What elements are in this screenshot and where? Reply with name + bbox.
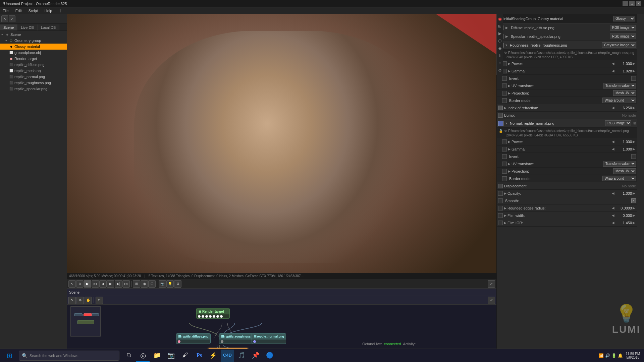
viewport[interactable] xyxy=(67,14,496,273)
settings-icon[interactable]: ⚙ xyxy=(497,67,503,73)
rounded-edges-input[interactable] xyxy=(615,206,632,210)
shade-btn[interactable]: ◑ xyxy=(141,280,148,288)
roughness-type-select[interactable]: Greyscale image xyxy=(602,42,636,48)
np-right[interactable]: ▶ xyxy=(632,140,636,143)
film-width-input[interactable] xyxy=(615,214,632,218)
roughness-gamma-input[interactable] xyxy=(615,69,632,73)
prev-frame-btn[interactable]: ⏮ xyxy=(92,280,99,288)
ruv-checkbox[interactable] xyxy=(502,83,507,88)
rg-right-arrow[interactable]: ▶ xyxy=(632,69,636,73)
tree-render-target[interactable]: ▣ Render target xyxy=(0,56,67,62)
render-target-node[interactable]: ▣ Render target xyxy=(196,308,230,319)
ior-expand[interactable]: ▶ xyxy=(504,106,506,110)
ruv-expand[interactable]: ▶ xyxy=(508,84,511,87)
taskbar-paint-icon[interactable]: 🖌 xyxy=(178,350,192,362)
notification-icon[interactable]: 🔔 xyxy=(618,353,623,358)
network-icon[interactable]: 📶 xyxy=(599,353,604,358)
roughness-uv-select[interactable]: Transform value xyxy=(603,83,636,88)
taskbar-app-icon-9[interactable]: 🔵 xyxy=(263,350,276,362)
rg-left-arrow[interactable]: ◀ xyxy=(611,69,615,73)
material-type-dropdown[interactable]: Glossy Diffuse Specular xyxy=(613,16,635,21)
nproj-expand[interactable]: ▶ xyxy=(508,170,511,173)
rproj-expand[interactable]: ▶ xyxy=(508,92,511,95)
ne-zoom-btn[interactable]: ⊕ xyxy=(76,297,84,304)
ne-frame-btn[interactable]: □ xyxy=(96,297,103,304)
specular-type-select[interactable]: RGB image xyxy=(610,34,636,39)
expand-tool[interactable]: ⤢ xyxy=(9,15,15,22)
fw-left[interactable]: ◀ xyxy=(611,214,615,217)
battery-icon[interactable]: 🔋 xyxy=(611,353,616,358)
maximize-button[interactable]: □ xyxy=(629,1,635,6)
taskbar-search[interactable]: 🔍 Search the web and Windows xyxy=(19,351,119,361)
tree-reptile-specular[interactable]: ⬛ reptile_specular.png xyxy=(0,86,67,92)
tree-reptile-diffuse[interactable]: ⬛ reptile_diffuse.png xyxy=(0,62,67,68)
film-ior-input[interactable] xyxy=(615,221,632,225)
tree-reptile-roughness[interactable]: ⬛ reptile_roughness.png xyxy=(0,80,67,86)
normal-power-input[interactable] xyxy=(615,140,632,144)
op-right[interactable]: ▶ xyxy=(632,191,636,195)
menu-edit[interactable]: Edit xyxy=(14,8,23,13)
taskbar-clock[interactable]: 11:59 PM 5/8/2016 xyxy=(626,352,640,359)
re-checkbox[interactable] xyxy=(498,206,503,210)
reptile-normal-node[interactable]: 🖼 reptile_normal.png xyxy=(252,333,286,344)
tab-scene[interactable]: Scene xyxy=(0,24,17,31)
step-fwd-btn[interactable]: ▶| xyxy=(115,280,122,288)
fw-right[interactable]: ▶ xyxy=(632,214,636,217)
fw-expand[interactable]: ▶ xyxy=(504,214,506,217)
op-checkbox[interactable] xyxy=(498,191,503,196)
normal-uv-select[interactable]: Transform value xyxy=(603,161,636,167)
select-tool-btn[interactable]: ↖ xyxy=(68,280,76,288)
light-btn[interactable]: 💡 xyxy=(166,280,174,288)
re-right[interactable]: ▶ xyxy=(632,206,636,210)
tab-livedb[interactable]: Live DB xyxy=(17,24,38,31)
material-icon2[interactable]: ◆ xyxy=(497,45,503,51)
taskbar-camera-icon[interactable]: 📷 xyxy=(164,350,178,362)
wireframe-btn[interactable]: ⬡ xyxy=(148,280,156,288)
taskbar-ps-icon[interactable]: Ps xyxy=(193,350,206,362)
stats-icon[interactable]: ≡ xyxy=(497,60,503,66)
rg-expand[interactable]: ▶ xyxy=(508,69,511,73)
nuv-checkbox[interactable] xyxy=(502,162,507,166)
fw-checkbox[interactable] xyxy=(498,213,503,218)
maximize-viewport-btn[interactable]: ⤢ xyxy=(488,280,495,288)
tab-localdb[interactable]: Local DB xyxy=(38,24,60,31)
opacity-input[interactable] xyxy=(615,191,632,195)
volume-icon[interactable]: 🔊 xyxy=(605,353,610,358)
rp-right-arrow[interactable]: ▶ xyxy=(632,62,636,65)
nuv-expand[interactable]: ▶ xyxy=(508,162,511,166)
ng-checkbox[interactable] xyxy=(502,147,507,152)
tree-reptile-mesh[interactable]: ⬜ reptile_mesh.obj xyxy=(0,68,67,74)
fi-checkbox[interactable] xyxy=(498,221,503,225)
rp-expand[interactable]: ▶ xyxy=(508,62,511,65)
start-button[interactable]: ⊞ xyxy=(1,350,17,362)
ior-input[interactable] xyxy=(615,106,632,110)
taskbar-app-icon-7[interactable]: 🎵 xyxy=(235,350,248,362)
taskbar-explorer-icon[interactable]: 📁 xyxy=(150,350,164,362)
roughness-proj-select[interactable]: Mesh UV xyxy=(613,90,636,96)
taskbar-app-icon-8[interactable]: 📌 xyxy=(249,350,262,362)
next-frame-btn[interactable]: ⏭ xyxy=(122,280,130,288)
ne-maximize-btn[interactable]: ⤢ xyxy=(488,297,495,304)
op-left[interactable]: ◀ xyxy=(611,191,615,195)
taskbar-app-icon-5[interactable]: ⚡ xyxy=(207,350,220,362)
ior-right[interactable]: ▶ xyxy=(632,106,636,110)
taskbar-taskview-icon[interactable]: ⧉ xyxy=(122,350,136,362)
ni-checkbox[interactable] xyxy=(502,154,507,159)
tree-reptile-normal[interactable]: ⬛ reptile_normal.png xyxy=(0,74,67,80)
fi-right[interactable]: ▶ xyxy=(632,221,636,225)
orbit-tool-btn[interactable]: ⊕ xyxy=(76,280,84,288)
sm-checkbox[interactable] xyxy=(498,198,503,203)
ri-checkbox[interactable] xyxy=(502,76,507,81)
menu-script[interactable]: Script xyxy=(27,8,39,13)
normal-gamma-input[interactable] xyxy=(615,147,632,151)
ne-pan-btn[interactable]: ✋ xyxy=(85,297,92,304)
nproj-checkbox[interactable] xyxy=(502,169,507,174)
invert-checkbox-val[interactable] xyxy=(631,76,636,81)
diffuse-expand-icon[interactable]: ▶ xyxy=(505,26,508,29)
menu-help[interactable]: Help xyxy=(43,8,54,13)
camera-view-icon[interactable]: ◉ xyxy=(497,16,503,22)
tree-scene-root[interactable]: ▾ ◈ Scene xyxy=(0,32,67,38)
rproj-checkbox[interactable] xyxy=(502,91,507,96)
step-back-btn[interactable]: ◀ xyxy=(99,280,107,288)
smooth-check[interactable]: ✓ xyxy=(631,198,636,203)
